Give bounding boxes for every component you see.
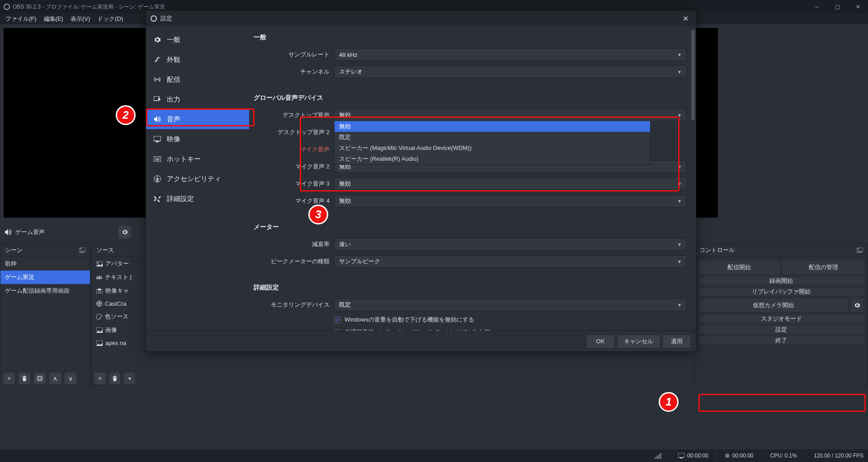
sidebar-item-output[interactable]: 出力 <box>146 89 249 109</box>
start-record-button[interactable]: 録画開始 <box>698 277 864 285</box>
sidebar-item-general[interactable]: 一般 <box>146 30 249 50</box>
sidebar-item-stream[interactable]: 配信 <box>146 70 249 89</box>
mixer-settings-button[interactable] <box>118 226 131 238</box>
settings-sidebar: 一般 外観 配信 出力 音声 映像 <box>146 26 249 331</box>
annotation-badge: 1 <box>659 392 679 412</box>
obs-logo-icon <box>151 15 157 22</box>
sidebar-item-advanced[interactable]: 詳細設定 <box>146 189 249 209</box>
start-replay-button[interactable]: リプレイバッファ開始 <box>698 288 864 296</box>
svg-rect-13 <box>859 247 863 252</box>
start-vcam-button[interactable]: 仮想カメラ開始 <box>698 299 848 312</box>
sample-rate-select[interactable]: 48 kHz▼ <box>334 48 687 61</box>
cancel-button[interactable]: キャンセル <box>618 335 660 348</box>
svg-rect-20 <box>154 156 161 162</box>
close-window-button[interactable]: ✕ <box>848 0 868 14</box>
sidebar-item-appearance[interactable]: 外観 <box>146 50 249 70</box>
desktop-audio-dropdown[interactable]: 無効 既定 スピーカー (MagicMic Virtual Audio Devi… <box>334 121 651 165</box>
dropdown-option[interactable]: 既定 <box>335 132 650 143</box>
source-item[interactable]: abテキスト ( <box>92 271 138 284</box>
chevron-down-icon: ▼ <box>677 113 682 118</box>
mic3-select[interactable]: 無効▼ <box>334 177 687 190</box>
dropdown-option[interactable]: 無効 <box>335 121 650 132</box>
menu-view[interactable]: 表示(V) <box>67 14 94 24</box>
svg-rect-8 <box>98 289 101 290</box>
mic4-select[interactable]: 無効▼ <box>334 195 687 207</box>
output-icon <box>153 95 161 103</box>
mic2-label: マイク音声 2 <box>254 163 334 171</box>
vcam-settings-button[interactable] <box>850 299 864 312</box>
settings-button[interactable]: 設定 <box>698 326 864 334</box>
record-time: 00:00:00 <box>725 453 754 459</box>
start-stream-button[interactable]: 配信開始 <box>698 261 780 274</box>
source-item[interactable]: CastCra <box>92 298 138 310</box>
sidebar-item-hotkeys[interactable]: ホットキー <box>146 149 249 169</box>
minimize-button[interactable]: ─ <box>807 0 827 14</box>
scene-item[interactable]: ゲーム実況 <box>0 271 90 284</box>
svg-point-7 <box>99 290 101 292</box>
scene-down-button[interactable]: ∨ <box>65 373 76 384</box>
desktop1-label: デスクトップ音声 <box>254 111 334 119</box>
scene-up-button[interactable]: ∧ <box>49 373 61 384</box>
menu-edit[interactable]: 編集(E) <box>40 14 67 24</box>
svg-rect-21 <box>155 158 156 159</box>
speaker-icon <box>153 115 161 123</box>
maximize-button[interactable]: ▢ <box>827 0 848 14</box>
studio-mode-button[interactable]: スタジオモード <box>698 315 864 323</box>
sidebar-item-video[interactable]: 映像 <box>146 129 249 149</box>
ok-button[interactable]: OK <box>587 335 614 348</box>
ducking-checkbox[interactable]: ✔ <box>334 317 341 323</box>
remove-source-button[interactable] <box>109 373 121 384</box>
annotation-badge: 2 <box>116 105 136 125</box>
sidebar-item-accessibility[interactable]: アクセシビリティ <box>146 169 249 189</box>
image-icon <box>96 261 103 266</box>
chevron-down-icon: ▼ <box>677 52 682 57</box>
peak-type-select[interactable]: サンプルピーク▼ <box>334 255 687 268</box>
source-item[interactable]: 映像キャ <box>92 284 138 298</box>
scene-filter-button[interactable] <box>34 373 46 384</box>
sample-rate-label: サンプルレート <box>254 51 334 59</box>
svg-point-26 <box>157 177 158 178</box>
add-scene-button[interactable]: ＋ <box>3 373 15 384</box>
desktop-audio-select[interactable]: 無効▼ <box>334 109 687 121</box>
source-props-button[interactable] <box>124 373 135 384</box>
scene-item[interactable]: ゲーム配信録画専用画面 <box>0 284 90 298</box>
svg-rect-18 <box>154 136 161 141</box>
antenna-icon <box>153 75 161 84</box>
cpu-usage: CPU: 0.1% <box>770 453 797 459</box>
section-global-devices: グローバル音声デバイス <box>254 87 687 107</box>
dropdown-option[interactable]: スピーカー (Realtek(R) Audio) <box>335 154 650 164</box>
sources-header: ソース <box>96 246 114 254</box>
image-icon <box>96 341 103 346</box>
menu-dock[interactable]: ドック(D) <box>94 14 127 24</box>
chevron-down-icon: ▼ <box>677 242 682 247</box>
menu-file[interactable]: ファイル(F) <box>2 14 40 24</box>
camera-icon <box>96 289 103 294</box>
exit-button[interactable]: 終了 <box>698 336 864 345</box>
source-item[interactable]: 色ソース <box>92 310 138 323</box>
scene-item[interactable]: 歌枠 <box>0 257 90 271</box>
svg-rect-15 <box>680 457 683 458</box>
source-item[interactable]: 画像 <box>92 323 138 337</box>
source-item[interactable]: アバター <box>92 257 138 271</box>
channels-label: チャンネル <box>254 68 334 76</box>
sidebar-item-audio[interactable]: 音声 <box>146 109 249 129</box>
remove-scene-button[interactable] <box>19 373 30 384</box>
globe-icon <box>96 301 102 307</box>
dropdown-option[interactable]: スピーカー (MagicMic Virtual Audio Device(WDM… <box>335 143 650 154</box>
keyboard-icon <box>153 155 161 163</box>
popout-icon[interactable] <box>79 247 85 253</box>
accessibility-icon <box>153 175 161 183</box>
add-source-button[interactable]: ＋ <box>94 373 106 384</box>
apply-button[interactable]: 適用 <box>663 335 690 348</box>
low-latency-checkbox[interactable] <box>334 329 341 331</box>
scrollbar[interactable] <box>691 30 695 120</box>
popout-icon[interactable] <box>857 247 863 253</box>
svg-point-16 <box>157 79 158 80</box>
monitor-select[interactable]: 既定▼ <box>334 299 687 311</box>
controls-header: コントロール <box>699 246 735 254</box>
modal-close-button[interactable]: ✕ <box>680 14 691 24</box>
manage-stream-button[interactable]: 配信の管理 <box>783 261 864 274</box>
source-item[interactable]: apex na <box>92 337 138 349</box>
channels-select[interactable]: ステレオ▼ <box>334 65 687 78</box>
decay-select[interactable]: 速い▼ <box>334 238 687 251</box>
